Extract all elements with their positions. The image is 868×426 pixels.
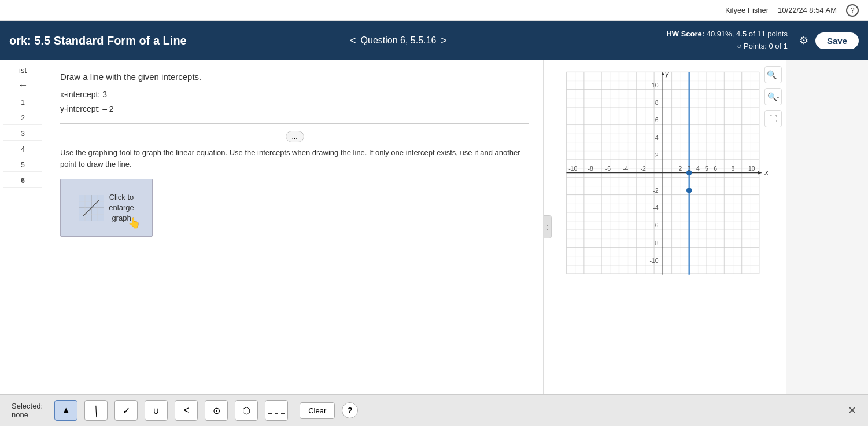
y-intercept-label: y-intercept: — [60, 104, 100, 113]
intercepts: x-intercept: 3 y-intercept: – 2 — [60, 87, 529, 116]
tool-line-btn[interactable]: ／ — [84, 400, 108, 421]
close-button[interactable]: ✕ — [848, 404, 856, 417]
graph-area: ⋮ 🔍+ 🔍- ⛶ — [544, 60, 786, 394]
polygon-icon: ⬡ — [242, 405, 250, 416]
tool-u-btn[interactable]: ∪ — [145, 400, 168, 421]
x-intercept-value: 3 — [102, 90, 107, 99]
top-bar-right: Kilyee Fisher 10/22/24 8:54 AM ? — [725, 4, 859, 17]
sidebar-item-4[interactable]: 4 — [3, 143, 42, 156]
header-title: ork: 5.5 Standard Form of a Line — [9, 34, 338, 47]
svg-text:-2: -2 — [653, 188, 658, 194]
svg-text:3: 3 — [688, 166, 691, 172]
main-layout: ist ← 1 2 3 4 5 6 Draw a line with the g… — [0, 60, 868, 394]
nav-next-btn[interactable]: > — [441, 35, 447, 47]
svg-text:x: x — [764, 168, 769, 177]
tool-checkmark-btn[interactable]: ✓ — [114, 400, 138, 421]
gear-icon[interactable]: ⚙ — [799, 34, 808, 47]
sidebar-back-arrow[interactable]: ← — [18, 79, 28, 91]
zoom-out-btn[interactable]: 🔍- — [764, 88, 782, 105]
selected-info: Selected: none — [12, 402, 43, 419]
cursor-icon: 👆 — [128, 216, 141, 229]
hw-score-value: 40.91%, 4.5 of 11 points — [707, 30, 788, 38]
tool-circle-btn[interactable]: ⊙ — [205, 400, 228, 421]
svg-text:8: 8 — [732, 166, 735, 172]
svg-text:-10: -10 — [650, 258, 659, 264]
pointer-icon: ▲ — [61, 405, 71, 416]
header-actions: ⚙ Save — [799, 32, 859, 49]
coordinate-graph[interactable]: -10 -8 -6 -4 -2 2 3 4 5 6 8 10 10 8 6 4 … — [561, 66, 769, 292]
tool-dashed-btn[interactable] — [265, 400, 288, 421]
angle-icon: < — [184, 405, 189, 416]
svg-text:-8: -8 — [588, 166, 593, 172]
more-options-btn[interactable]: ... — [286, 131, 304, 142]
save-button[interactable]: Save — [815, 32, 859, 49]
header-nav: < Question 6, 5.5.16 > — [350, 35, 447, 47]
sidebar-item-2[interactable]: 2 — [3, 112, 42, 125]
user-name: Kilyee Fisher — [725, 6, 769, 14]
graph-tools: 🔍+ 🔍- ⛶ — [764, 66, 782, 127]
top-bar: Kilyee Fisher 10/22/24 8:54 AM ? — [0, 0, 868, 21]
u-icon: ∪ — [153, 405, 160, 416]
collapse-icon: ⋮ — [545, 224, 551, 230]
svg-text:y: y — [664, 70, 669, 78]
svg-text:4: 4 — [696, 166, 700, 172]
tool-angle-btn[interactable]: < — [175, 400, 198, 421]
svg-text:2: 2 — [655, 152, 659, 159]
graph-tool-instruction: Use the graphing tool to graph the linea… — [60, 147, 529, 170]
svg-text:6: 6 — [655, 117, 659, 123]
divider — [60, 123, 529, 124]
points-label: Points: — [744, 42, 767, 50]
svg-point-41 — [686, 188, 692, 193]
svg-text:10: 10 — [748, 166, 755, 172]
datetime: 10/22/24 8:54 AM — [778, 6, 837, 14]
points-value: 0 of 1 — [769, 42, 788, 50]
line-icon: ／ — [87, 402, 105, 419]
sidebar-item-6[interactable]: 6 — [3, 174, 42, 188]
svg-text:-6: -6 — [653, 222, 658, 229]
clear-button[interactable]: Clear — [300, 402, 335, 419]
svg-text:-4: -4 — [653, 205, 658, 211]
svg-text:8: 8 — [655, 100, 659, 106]
question-instruction: Draw a line with the given intercepts. — [60, 72, 529, 82]
zoom-in-btn[interactable]: 🔍+ — [764, 66, 782, 83]
enlarge-graph-btn[interactable]: Click toenlargegraph 👆 — [60, 179, 153, 237]
help-icon[interactable]: ? — [846, 4, 859, 17]
hw-score-label: HW Score: — [666, 30, 704, 38]
expand-btn[interactable]: ⛶ — [764, 110, 782, 127]
svg-text:4: 4 — [655, 135, 659, 141]
question-label: Question 6, 5.5.16 — [361, 35, 437, 46]
content-area: Draw a line with the given intercepts. x… — [46, 60, 544, 394]
svg-text:-10: -10 — [568, 166, 577, 172]
sidebar-item-1[interactable]: 1 — [3, 96, 42, 109]
circle-icon: ⊙ — [213, 405, 220, 416]
left-sidebar: ist ← 1 2 3 4 5 6 — [0, 60, 46, 394]
selected-value: none — [12, 410, 43, 419]
mini-graph-icon — [79, 195, 104, 221]
bottom-toolbar: Selected: none ▲ ／ ✓ ∪ < ⊙ ⬡ Clear ? ✕ — [0, 394, 868, 426]
sidebar-item-5[interactable]: 5 — [3, 159, 42, 172]
svg-text:-4: -4 — [623, 166, 628, 172]
svg-text:6: 6 — [714, 166, 717, 172]
header: ork: 5.5 Standard Form of a Line < Quest… — [0, 21, 868, 60]
y-intercept-value: – 2 — [102, 104, 113, 113]
tool-pointer-btn[interactable]: ▲ — [54, 400, 77, 421]
header-score: HW Score: 40.91%, 4.5 of 11 points ○ Poi… — [459, 28, 788, 53]
svg-text:2: 2 — [679, 166, 682, 172]
x-intercept-label: x-intercept: — [60, 90, 100, 99]
svg-text:-8: -8 — [653, 240, 658, 247]
nav-prev-btn[interactable]: < — [350, 35, 356, 47]
selected-label: Selected: — [12, 402, 43, 410]
graph-collapse-btn[interactable]: ⋮ — [544, 215, 552, 238]
sidebar-label: ist — [19, 66, 27, 75]
svg-text:-6: -6 — [605, 166, 611, 172]
sidebar-items: 1 2 3 4 5 6 — [3, 96, 42, 188]
svg-text:5: 5 — [705, 166, 708, 172]
sidebar-item-3[interactable]: 3 — [3, 127, 42, 141]
dashed-line-icon — [268, 406, 285, 414]
tool-polygon-btn[interactable]: ⬡ — [235, 400, 258, 421]
checkmark-icon: ✓ — [123, 405, 130, 416]
svg-text:-2: -2 — [640, 166, 645, 172]
help-button[interactable]: ? — [342, 402, 358, 418]
svg-text:10: 10 — [652, 82, 659, 89]
